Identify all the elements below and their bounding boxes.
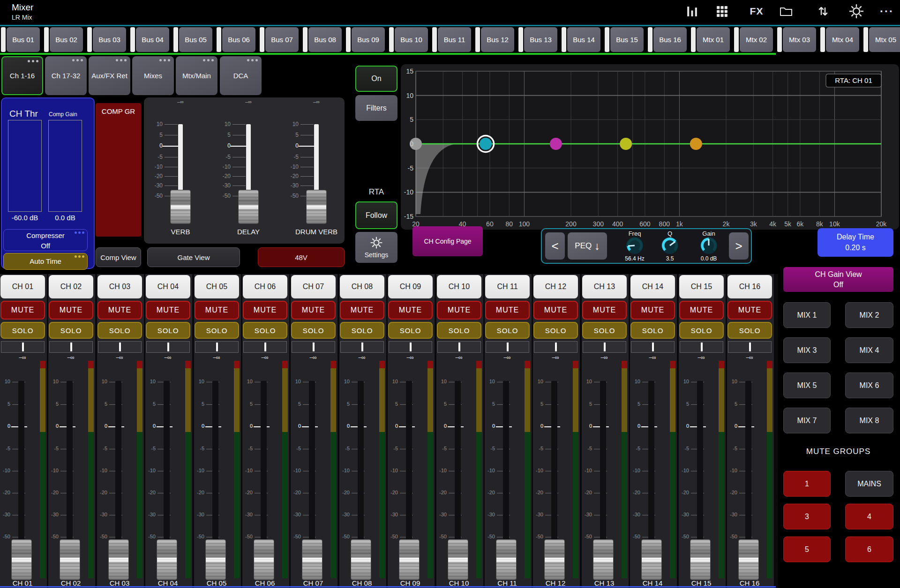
comp-threshold-meter[interactable] <box>8 120 42 212</box>
bus-tab[interactable]: Mtx 03 <box>776 27 818 52</box>
mute-button[interactable]: MUTE <box>243 301 287 320</box>
bus-tab[interactable]: Bus 16 <box>647 27 688 52</box>
mute-button[interactable]: MUTE <box>340 301 384 320</box>
solo-button[interactable]: SOLO <box>679 322 724 339</box>
pan-slider[interactable] <box>243 341 287 353</box>
solo-button[interactable]: SOLO <box>291 322 336 339</box>
pan-slider[interactable] <box>389 341 432 353</box>
mute-button[interactable]: MUTE <box>388 301 433 320</box>
channel-select-button[interactable]: CH 01 <box>0 275 45 298</box>
gate-view-button[interactable]: Gate View <box>147 247 240 267</box>
solo-button[interactable]: SOLO <box>195 322 239 339</box>
pan-slider[interactable] <box>728 341 772 353</box>
bus-tab[interactable]: Mtx 01 <box>690 27 731 52</box>
solo-button[interactable]: SOLO <box>98 322 142 339</box>
pan-slider[interactable] <box>437 341 481 353</box>
eq-band-handle-band-2[interactable] <box>550 138 562 150</box>
phantom-48v-button[interactable]: 48V <box>258 247 345 267</box>
bus-tab[interactable]: Bus 10 <box>388 27 429 52</box>
bus-tab[interactable]: Bus 04 <box>129 27 171 52</box>
mute-group-button[interactable]: 5 <box>783 536 831 562</box>
pan-slider[interactable] <box>146 341 190 353</box>
transfer-icon[interactable] <box>816 4 831 19</box>
mix-button[interactable]: MIX 8 <box>845 408 893 433</box>
send-fader-handle[interactable] <box>306 190 327 224</box>
mute-button[interactable]: MUTE <box>195 301 239 320</box>
bus-tab[interactable]: Bus 12 <box>474 27 516 52</box>
solo-button[interactable]: SOLO <box>243 322 287 339</box>
layer-tab-mixes[interactable]: Mixes <box>132 56 174 95</box>
pan-slider[interactable] <box>1 341 45 353</box>
pan-slider[interactable] <box>292 341 335 353</box>
fader-handle[interactable] <box>205 539 226 580</box>
fader-handle[interactable] <box>157 539 177 580</box>
bus-tab[interactable]: Bus 09 <box>345 27 386 52</box>
more-icon[interactable]: ··· <box>878 4 896 19</box>
channel-select-button[interactable]: CH 11 <box>485 275 530 298</box>
send-fader-handle[interactable] <box>238 190 259 224</box>
comp-view-button[interactable]: Comp View <box>96 247 141 267</box>
solo-button[interactable]: SOLO <box>340 322 384 339</box>
channel-select-button[interactable]: CH 04 <box>146 275 190 298</box>
prev-band-button[interactable]: < <box>545 232 565 260</box>
eq-band-handle-band-1[interactable] <box>480 138 492 150</box>
fader-handle[interactable] <box>738 539 759 580</box>
fader-handle[interactable] <box>399 539 420 580</box>
channel-select-button[interactable]: CH 12 <box>533 275 578 298</box>
fader-handle[interactable] <box>690 539 711 580</box>
fader-handle[interactable] <box>60 539 80 580</box>
band-type-button[interactable]: PEQ ↓ <box>568 232 607 260</box>
channel-select-button[interactable]: CH 10 <box>437 275 481 298</box>
channel-select-button[interactable]: CH 09 <box>388 275 433 298</box>
apps-grid-icon[interactable] <box>715 4 729 19</box>
mute-group-button[interactable]: 1 <box>783 471 831 497</box>
mute-group-button[interactable]: MAINS <box>845 471 893 497</box>
channel-select-button[interactable]: CH 16 <box>728 275 772 298</box>
send-fader-handle[interactable] <box>170 190 191 224</box>
gear-icon[interactable] <box>848 4 864 19</box>
fader-handle[interactable] <box>448 539 468 580</box>
channel-select-button[interactable]: CH 14 <box>630 275 675 298</box>
bus-tab[interactable]: Mtx 05 <box>862 27 900 52</box>
bus-tab[interactable]: Bus 01 <box>0 27 41 52</box>
pan-slider[interactable] <box>631 341 675 353</box>
mute-button[interactable]: MUTE <box>533 301 578 320</box>
pan-slider[interactable] <box>486 341 529 353</box>
fader-handle[interactable] <box>302 539 322 580</box>
channel-select-button[interactable]: CH 13 <box>582 275 627 298</box>
bus-tab[interactable]: Bus 14 <box>561 27 602 52</box>
bus-tab[interactable]: Bus 06 <box>216 27 257 52</box>
bus-tab[interactable]: Bus 15 <box>604 27 645 52</box>
mute-button[interactable]: MUTE <box>49 301 93 320</box>
channel-select-button[interactable]: CH 03 <box>98 275 142 298</box>
pan-slider[interactable] <box>340 341 384 353</box>
fader-handle[interactable] <box>108 539 129 580</box>
channel-select-button[interactable]: CH 02 <box>49 275 93 298</box>
ch-gain-view-button[interactable]: CH Gain View Off <box>783 267 893 292</box>
pan-slider[interactable] <box>195 341 239 353</box>
fader-handle[interactable] <box>544 539 565 580</box>
mix-button[interactable]: MIX 2 <box>845 302 893 328</box>
mix-button[interactable]: MIX 7 <box>783 408 831 433</box>
mix-button[interactable]: MIX 6 <box>845 372 893 398</box>
solo-button[interactable]: SOLO <box>146 322 190 339</box>
solo-button[interactable]: SOLO <box>630 322 675 339</box>
bus-tab[interactable]: Bus 05 <box>172 27 214 52</box>
comp-gain-meter[interactable] <box>48 120 82 212</box>
fx-icon[interactable]: FX <box>746 4 767 19</box>
channel-select-button[interactable]: CH 05 <box>195 275 239 298</box>
bus-tab[interactable]: Bus 08 <box>302 27 343 52</box>
fader-handle[interactable] <box>11 539 32 580</box>
channel-select-button[interactable]: CH 06 <box>243 275 287 298</box>
knob-freq[interactable] <box>625 236 644 255</box>
layer-tab-ch-17-32[interactable]: Ch 17-32 <box>45 56 87 95</box>
layer-tab-aux-fx-ret[interactable]: Aux/FX Ret <box>89 56 130 95</box>
mute-button[interactable]: MUTE <box>0 301 45 320</box>
mute-button[interactable]: MUTE <box>291 301 336 320</box>
channel-select-button[interactable]: CH 08 <box>340 275 384 298</box>
solo-button[interactable]: SOLO <box>0 322 45 339</box>
fader-handle[interactable] <box>254 539 274 580</box>
eq-on-button[interactable]: On <box>355 66 398 92</box>
bus-tab[interactable]: Mtx 04 <box>819 27 861 52</box>
fader-handle[interactable] <box>496 539 517 580</box>
